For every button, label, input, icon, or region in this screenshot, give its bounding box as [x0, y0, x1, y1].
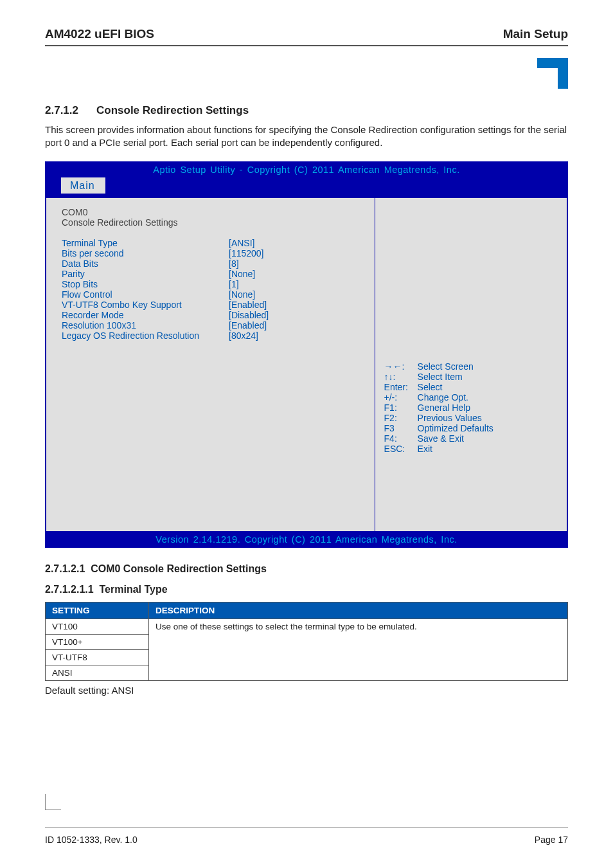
- bios-option-value: [Disabled]: [229, 310, 269, 320]
- bios-option-label: Resolution 100x31: [62, 320, 229, 330]
- table-setting-cell: ANSI: [46, 665, 149, 680]
- bios-option-value: [None]: [229, 269, 255, 279]
- bios-legend-key: ESC:: [384, 444, 418, 454]
- bios-option-value: [115200]: [229, 248, 264, 258]
- bios-option-label: Legacy OS Redirection Resolution: [62, 330, 229, 341]
- bios-legend-row: F2:Previous Values: [384, 413, 558, 423]
- bios-legend-row: F1:General Help: [384, 402, 558, 413]
- header-rule: [45, 45, 568, 46]
- bios-option-value: [80x24]: [229, 330, 258, 341]
- bios-legend-key: F2:: [384, 413, 418, 423]
- bios-legend-desc: Previous Values: [418, 413, 482, 423]
- bios-legend-key: ↑↓:: [384, 372, 418, 382]
- bios-legend-key: F1:: [384, 402, 418, 413]
- bios-legend-row: →←:Select Screen: [384, 361, 558, 372]
- table-setting-cell: VT-UTF8: [46, 649, 149, 665]
- bios-option-value: [1]: [229, 279, 239, 289]
- bios-option-label: Terminal Type: [62, 238, 229, 248]
- bios-option-row: Resolution 100x31[Enabled]: [62, 320, 368, 330]
- bios-option-row: Stop Bits[1]: [62, 279, 368, 289]
- bios-legend-key: F3: [384, 423, 418, 433]
- bios-option-value: [None]: [229, 289, 255, 300]
- bios-option-label: Flow Control: [62, 289, 229, 300]
- bios-legend-desc: General Help: [418, 402, 471, 413]
- bios-option-label: Bits per second: [62, 248, 229, 258]
- bios-legend-key: +/-:: [384, 392, 418, 402]
- bios-option-value: [8]: [229, 258, 239, 269]
- table-description-cell: Use one of these settings to select the …: [149, 619, 568, 680]
- bios-legend-row: ↑↓:Select Item: [384, 372, 558, 382]
- bios-legend-row: ESC:Exit: [384, 444, 558, 454]
- header-right: Main Setup: [503, 27, 568, 41]
- bios-option-label: Recorder Mode: [62, 310, 229, 320]
- table-setting-cell: VT100: [46, 619, 149, 634]
- bios-right-pane: →←:Select Screen ↑↓:Select Item Enter:Se…: [375, 197, 567, 532]
- bios-legend-row: Enter:Select: [384, 382, 558, 392]
- subsection-2-title: Terminal Type: [100, 584, 168, 595]
- bios-legend-row: +/-:Change Opt.: [384, 392, 558, 402]
- bios-legend-row: F3Optimized Defaults: [384, 423, 558, 433]
- bios-option-label: VT-UTF8 Combo Key Support: [62, 300, 229, 310]
- bios-static-line: Console Redirection Settings: [62, 217, 368, 228]
- bios-topbar: Aptio Setup Utility - Copyright (C) 2011…: [46, 162, 567, 177]
- table-setting-cell: VT100+: [46, 634, 149, 649]
- bios-option-value: [ANSI]: [229, 238, 254, 248]
- bios-legend-row: F4:Save & Exit: [384, 433, 558, 444]
- bios-tab-main: Main: [61, 177, 105, 194]
- subsection-1-number: 2.7.1.2.1: [45, 563, 85, 574]
- bios-screenshot: Aptio Setup Utility - Copyright (C) 2011…: [45, 161, 568, 548]
- bios-option-label: Stop Bits: [62, 279, 229, 289]
- subsection-1-title: COM0 Console Redirection Settings: [91, 563, 267, 574]
- default-setting-note: Default setting: ANSI: [45, 685, 568, 696]
- footer-rule: [45, 827, 568, 828]
- header-left: AM4022 uEFI BIOS: [45, 27, 154, 41]
- bios-option-row: Terminal Type[ANSI]: [62, 238, 368, 248]
- settings-table: SETTING DESCRIPTION VT100 Use one of the…: [45, 602, 568, 681]
- bios-legend: →←:Select Screen ↑↓:Select Item Enter:Se…: [384, 361, 558, 454]
- brand-corner-shape: [537, 58, 568, 89]
- page-footer: ID 1052-1333, Rev. 1.0 Page 17: [45, 822, 568, 845]
- bios-option-row: Legacy OS Redirection Resolution[80x24]: [62, 330, 368, 341]
- bios-bottombar: Version 2.14.1219. Copyright (C) 2011 Am…: [46, 532, 567, 547]
- subsection-2-number: 2.7.1.2.1.1: [45, 584, 94, 595]
- section-paragraph: This screen provides information about f…: [45, 123, 568, 150]
- page-corner-bottom-left: [45, 794, 61, 810]
- bios-option-row: Flow Control[None]: [62, 289, 368, 300]
- bios-static-block: COM0 Console Redirection Settings: [62, 207, 368, 228]
- bios-option-label: Data Bits: [62, 258, 229, 269]
- bios-option-value: [Enabled]: [229, 320, 267, 330]
- subsection-heading-1: 2.7.1.2.1 COM0 Console Redirection Setti…: [45, 563, 568, 575]
- bios-tabs-row: Main: [46, 177, 567, 197]
- footer-page-number: Page 17: [535, 835, 568, 845]
- bios-legend-key: Enter:: [384, 382, 418, 392]
- section-number: 2.7.1.2: [45, 104, 78, 117]
- table-header-description: DESCRIPTION: [149, 602, 568, 619]
- bios-legend-desc: Optimized Defaults: [418, 423, 493, 433]
- bios-option-value: [Enabled]: [229, 300, 267, 310]
- bios-option-row: Recorder Mode[Disabled]: [62, 310, 368, 320]
- bios-legend-desc: Change Opt.: [418, 392, 468, 402]
- bios-legend-desc: Save & Exit: [418, 433, 464, 444]
- section-heading: 2.7.1.2Console Redirection Settings: [45, 104, 568, 117]
- bios-option-row: Parity[None]: [62, 269, 368, 279]
- subsection-heading-2: 2.7.1.2.1.1 Terminal Type: [45, 584, 568, 595]
- bios-option-row: Bits per second[115200]: [62, 248, 368, 258]
- bios-option-label: Parity: [62, 269, 229, 279]
- footer-doc-id: ID 1052-1333, Rev. 1.0: [45, 835, 138, 845]
- bios-left-pane: COM0 Console Redirection Settings Termin…: [46, 197, 375, 532]
- bios-legend-key: →←:: [384, 361, 418, 372]
- bios-legend-key: F4:: [384, 433, 418, 444]
- bios-legend-desc: Select Screen: [418, 361, 474, 372]
- bios-legend-desc: Select Item: [418, 372, 463, 382]
- bios-static-line: COM0: [62, 207, 368, 217]
- bios-legend-desc: Select: [418, 382, 443, 392]
- bios-option-row: VT-UTF8 Combo Key Support[Enabled]: [62, 300, 368, 310]
- table-header-setting: SETTING: [46, 602, 149, 619]
- section-title: Console Redirection Settings: [96, 104, 249, 116]
- bios-legend-desc: Exit: [418, 444, 432, 454]
- bios-option-row: Data Bits[8]: [62, 258, 368, 269]
